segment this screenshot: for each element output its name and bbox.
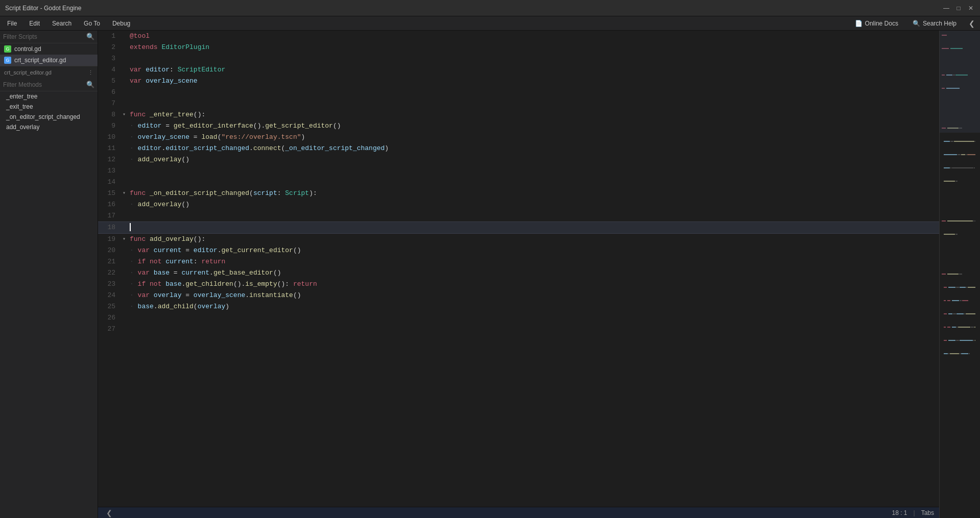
scroll-left-button[interactable]: ❮ bbox=[103, 509, 115, 517]
line-number: 10 bbox=[98, 132, 121, 143]
code-content: · overlay_scene = load("res://overlay.ts… bbox=[128, 132, 939, 143]
code-content: · base.add_child(overlay) bbox=[128, 301, 939, 312]
close-button[interactable]: ✕ bbox=[967, 4, 975, 12]
current-script-label: crt_script_editor.gd bbox=[4, 67, 52, 78]
line-number: 22 bbox=[98, 267, 121, 279]
method-exit-tree[interactable]: _exit_tree bbox=[0, 102, 98, 112]
code-line: 12· add_overlay() bbox=[98, 154, 939, 165]
code-line: 19▾func add_overlay(): bbox=[98, 234, 939, 245]
script-item-crt[interactable]: G crt_script_editor.gd bbox=[0, 55, 98, 66]
menu-file[interactable]: File bbox=[2, 18, 22, 29]
fold-indicator bbox=[121, 290, 128, 301]
line-number: 11 bbox=[98, 143, 121, 154]
docs-icon: 📄 bbox=[855, 20, 863, 27]
menu-bar: File Edit Search Go To Debug 📄 Online Do… bbox=[0, 16, 980, 31]
code-line: 25· base.add_child(overlay) bbox=[98, 301, 939, 312]
line-number: 19 bbox=[98, 234, 121, 245]
search-help-button[interactable]: 🔍 Search Help bbox=[907, 18, 962, 29]
minimap-canvas bbox=[940, 31, 980, 418]
script-icon-control: G bbox=[4, 45, 11, 53]
fold-indicator bbox=[121, 165, 128, 177]
code-editor[interactable]: 1@tool2extends EditorPlugin34var editor:… bbox=[98, 31, 939, 507]
collapse-panel-button[interactable]: ❮ bbox=[966, 17, 978, 30]
method-add-overlay[interactable]: add_overlay bbox=[0, 122, 98, 132]
code-content: var editor: ScriptEditor bbox=[128, 64, 939, 76]
line-number: 18 bbox=[98, 222, 121, 233]
fold-indicator bbox=[121, 210, 128, 221]
line-number: 9 bbox=[98, 120, 121, 132]
code-line: 11· editor.editor_script_changed.connect… bbox=[98, 143, 939, 154]
code-content: · editor.editor_script_changed.connect(_… bbox=[128, 143, 939, 154]
code-line: 5var overlay_scene bbox=[98, 76, 939, 87]
method-filter-icon[interactable]: 🔍 bbox=[86, 81, 94, 89]
fold-indicator bbox=[121, 143, 128, 154]
line-number: 7 bbox=[98, 98, 121, 109]
status-col: 1 bbox=[904, 509, 907, 516]
code-line: 14 bbox=[98, 177, 939, 188]
script-filter-input[interactable] bbox=[3, 33, 84, 40]
code-line: 15▾func _on_editor_script_changed(script… bbox=[98, 188, 939, 199]
code-line: 18 bbox=[98, 221, 939, 234]
fold-indicator bbox=[121, 87, 128, 98]
code-content bbox=[128, 312, 939, 324]
script-filter-icon[interactable]: 🔍 bbox=[86, 33, 94, 41]
menu-edit[interactable]: Edit bbox=[24, 18, 45, 29]
code-line: 23· if not base.get_children().is_empty(… bbox=[98, 279, 939, 290]
sidebar-current-script: crt_script_editor.gd ⋮ bbox=[0, 66, 98, 79]
window-controls: — □ ✕ bbox=[942, 4, 975, 12]
fold-indicator[interactable]: ▾ bbox=[121, 234, 128, 245]
code-content bbox=[128, 87, 939, 98]
code-content: · if not current: return bbox=[128, 256, 939, 267]
window-title: Script Editor - Godot Engine bbox=[5, 5, 81, 12]
code-content: extends EditorPlugin bbox=[128, 42, 939, 53]
code-line: 10· overlay_scene = load("res://overlay.… bbox=[98, 132, 939, 143]
line-number: 14 bbox=[98, 177, 121, 188]
online-docs-button[interactable]: 📄 Online Docs bbox=[850, 18, 903, 29]
code-line: 9· editor = get_editor_interface().get_s… bbox=[98, 120, 939, 132]
line-number: 27 bbox=[98, 324, 121, 335]
method-filter-input[interactable] bbox=[3, 81, 84, 88]
method-list: _enter_tree _exit_tree _on_editor_script… bbox=[0, 91, 98, 132]
code-line: 3 bbox=[98, 53, 939, 64]
code-line: 26 bbox=[98, 312, 939, 324]
fold-indicator bbox=[121, 154, 128, 165]
code-line: 22· var base = current.get_base_editor() bbox=[98, 267, 939, 279]
minimize-button[interactable]: — bbox=[942, 4, 950, 12]
fold-indicator[interactable]: ▾ bbox=[121, 109, 128, 120]
method-enter-tree[interactable]: _enter_tree bbox=[0, 91, 98, 102]
method-on-editor-script-changed[interactable]: _on_editor_script_changed bbox=[0, 112, 98, 122]
code-content: var overlay_scene bbox=[128, 76, 939, 87]
code-line: 24· var overlay = overlay_scene.instanti… bbox=[98, 290, 939, 301]
code-line: 4var editor: ScriptEditor bbox=[98, 64, 939, 76]
menu-search[interactable]: Search bbox=[47, 18, 77, 29]
code-content bbox=[128, 98, 939, 109]
code-content: func add_overlay(): bbox=[128, 234, 939, 245]
line-number: 23 bbox=[98, 279, 121, 290]
main-area: 🔍 G control.gd G crt_script_editor.gd cr… bbox=[0, 31, 980, 518]
fold-indicator bbox=[121, 222, 128, 233]
fold-indicator bbox=[121, 267, 128, 279]
line-number: 13 bbox=[98, 165, 121, 177]
maximize-button[interactable]: □ bbox=[954, 4, 963, 12]
line-number: 1 bbox=[98, 31, 121, 42]
code-content: · var overlay = overlay_scene.instantiat… bbox=[128, 290, 939, 301]
code-line: 17 bbox=[98, 210, 939, 221]
script-item-control[interactable]: G control.gd bbox=[0, 43, 98, 55]
code-line: 27 bbox=[98, 324, 939, 335]
method-filter-bar: 🔍 bbox=[0, 79, 98, 91]
script-filter-bar: 🔍 bbox=[0, 31, 98, 43]
code-line: 1@tool bbox=[98, 31, 939, 42]
fold-indicator[interactable]: ▾ bbox=[121, 188, 128, 199]
title-bar: Script Editor - Godot Engine — □ ✕ bbox=[0, 0, 980, 16]
script-icon-crt: G bbox=[4, 57, 11, 64]
menu-debug[interactable]: Debug bbox=[107, 18, 135, 29]
menu-goto[interactable]: Go To bbox=[79, 18, 105, 29]
script-name-control: control.gd bbox=[14, 45, 41, 53]
code-content bbox=[128, 210, 939, 221]
top-actions: 📄 Online Docs 🔍 Search Help ❮ bbox=[850, 17, 978, 30]
status-info: 18 : 1 | Tabs bbox=[892, 509, 934, 516]
code-line: 6 bbox=[98, 87, 939, 98]
code-content: · editor = get_editor_interface().get_sc… bbox=[128, 120, 939, 132]
code-lines: 1@tool2extends EditorPlugin34var editor:… bbox=[98, 31, 939, 507]
sidebar-options-icon[interactable]: ⋮ bbox=[88, 69, 93, 76]
